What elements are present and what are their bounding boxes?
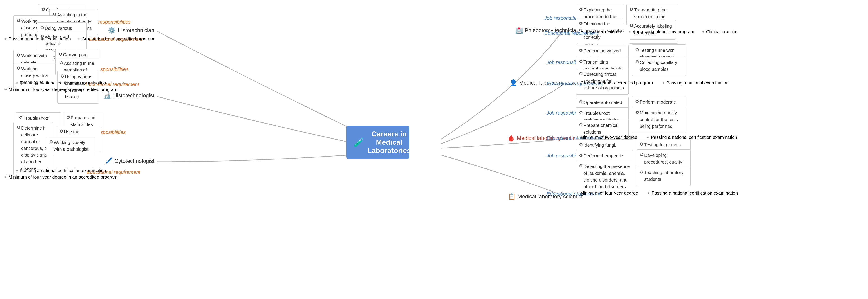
histotechnologist-label: Histotechnologist (113, 92, 154, 99)
center-icon: 🧪 (353, 137, 364, 147)
mla-icon: 👤 (509, 79, 517, 87)
histotechnician-edu-items: ✦Passing a national examination ✦Graduat… (4, 36, 154, 41)
connections-svg (0, 0, 868, 299)
histotechnician-icon: ⚙️ (108, 27, 116, 34)
cytotechnologist-label: Cytotechnologist (115, 158, 154, 164)
cytotechnologist-icon: 🖊️ (105, 157, 113, 165)
center-node: 🧪 Careers in Medical Laboratories (346, 126, 409, 159)
mind-map: 🧪 Careers in Medical Laboratories ⚙️ His… (0, 0, 868, 299)
phlebotomy-icon: 🏥 (515, 27, 523, 34)
mls-teaching: ✪Teaching laboratory students (637, 167, 690, 186)
mlt-icon: 🩸 (507, 134, 515, 142)
mla-edu-items: ✦Graduation from accredited program ✦Pas… (576, 80, 728, 86)
career-cytotechnologist: 🖊️ Cytotechnologist (105, 157, 154, 165)
phlebotomy-edu-items: ✦High school diploma ✦Approved phlebotom… (576, 29, 738, 34)
mls-edu-items: ✦Minimum of four-year degree ✦Passing a … (576, 191, 738, 196)
cytotechnologist-edu-items: ✦Passing a national certification examin… (4, 168, 117, 180)
mls-detecting: ✪Detecting the presence of leukemia, ane… (576, 161, 633, 193)
mls-icon: 📋 (508, 193, 516, 200)
cyto-pathologist: ✪Working closely with a pathologist (46, 137, 94, 156)
career-histotechnologist: 🔬 Histotechnologist (103, 92, 154, 99)
mla-capillary: ✪Collecting capillary blood samples (632, 57, 686, 76)
histotechnician-label: Histotechnician (118, 27, 154, 33)
center-label: Careers in Medical Laboratories (367, 130, 411, 155)
histotechnologist-icon: 🔬 (103, 92, 111, 99)
histotechnologist-edu-items: ✦Passing a national certification examin… (4, 80, 117, 92)
career-histotechnician: ⚙️ Histotechnician (108, 27, 154, 34)
mlt-quality: ✪Maintaining quality control for the tes… (632, 107, 686, 133)
